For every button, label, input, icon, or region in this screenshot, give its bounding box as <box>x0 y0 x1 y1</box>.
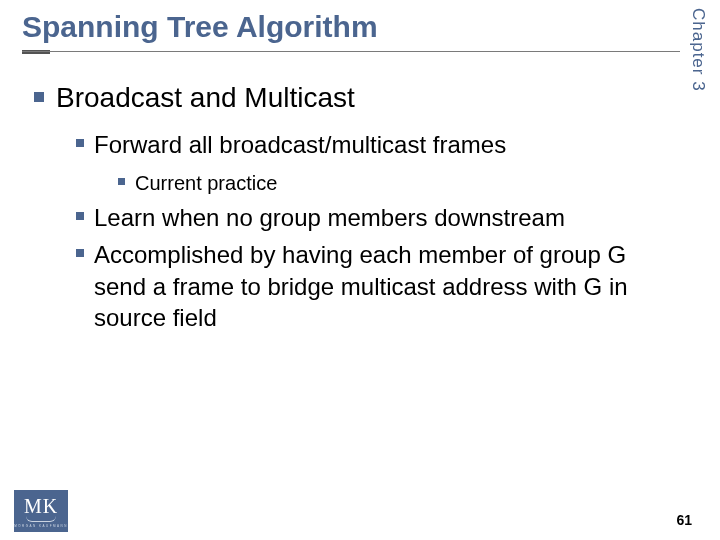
title-area: Spanning Tree Algorithm <box>22 10 680 54</box>
chapter-label: Chapter 3 <box>688 8 708 92</box>
bullet-level-2: Accomplished by having each member of gr… <box>76 239 680 333</box>
page-number: 61 <box>676 512 692 528</box>
square-bullet-icon <box>76 212 84 220</box>
logo-publisher-name: MORGAN KAUFMANN <box>14 524 68 528</box>
title-underline <box>22 50 680 54</box>
bullet-text: Accomplished by having each member of gr… <box>94 239 680 333</box>
logo-arc-icon <box>26 516 56 522</box>
bullet-level-2: Learn when no group members downstream <box>76 202 680 233</box>
square-bullet-icon <box>118 178 125 185</box>
bullet-level-1: Broadcast and Multicast Forward all broa… <box>34 80 680 333</box>
bullet-text: Current practice <box>135 170 277 196</box>
square-bullet-icon <box>34 92 44 102</box>
bullet-level-3: Current practice <box>118 170 680 196</box>
logo-initials: MK <box>24 495 58 518</box>
slide-title: Spanning Tree Algorithm <box>22 10 680 50</box>
bullet-level-2: Forward all broadcast/multicast frames C… <box>76 129 680 196</box>
bullet-text: Forward all broadcast/multicast frames <box>94 129 506 160</box>
square-bullet-icon <box>76 139 84 147</box>
square-bullet-icon <box>76 249 84 257</box>
publisher-logo: MK MORGAN KAUFMANN <box>14 490 68 532</box>
bullet-text: Learn when no group members downstream <box>94 202 565 233</box>
slide-body: Broadcast and Multicast Forward all broa… <box>34 70 680 333</box>
bullet-text: Broadcast and Multicast <box>56 80 355 115</box>
